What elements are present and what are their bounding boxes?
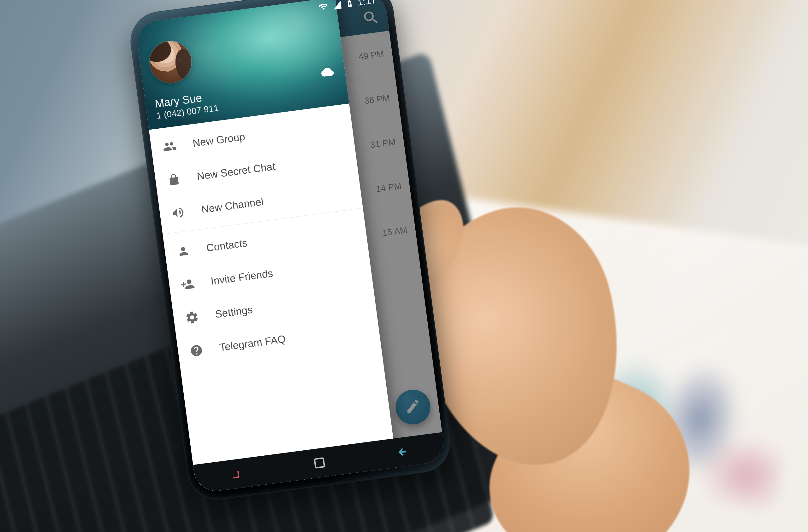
home-button[interactable] [311,454,328,472]
contacts-icon [175,243,192,260]
phone-screen: 49 PM 38 PM 31 PM 14 PM 15 AM Mary Sue [135,0,446,494]
status-bar-time: 1:17 [357,0,377,8]
menu-label: Contacts [206,237,248,254]
signal-icon [332,0,343,11]
svg-rect-0 [314,458,324,468]
menu-label: New Group [192,131,245,149]
menu-label: New Channel [201,195,264,216]
megaphone-icon [170,204,187,221]
battery-charging-icon [345,0,354,9]
person-add-icon [179,276,196,293]
menu-label: New Secret Chat [196,160,276,182]
menu-label: Invite Friends [210,267,274,287]
menu-label: Settings [214,304,253,320]
menu-label: Telegram FAQ [219,333,286,354]
help-icon [188,342,205,359]
wifi-icon [317,1,329,13]
lock-icon [165,171,182,188]
recents-button[interactable] [227,466,247,482]
group-icon [161,138,178,155]
gear-icon [184,309,201,326]
back-button[interactable] [392,444,412,460]
profile-avatar[interactable] [147,39,194,86]
cloud-icon[interactable] [317,64,337,79]
profile-text: Mary Sue 1 (042) 007 911 [154,90,219,121]
